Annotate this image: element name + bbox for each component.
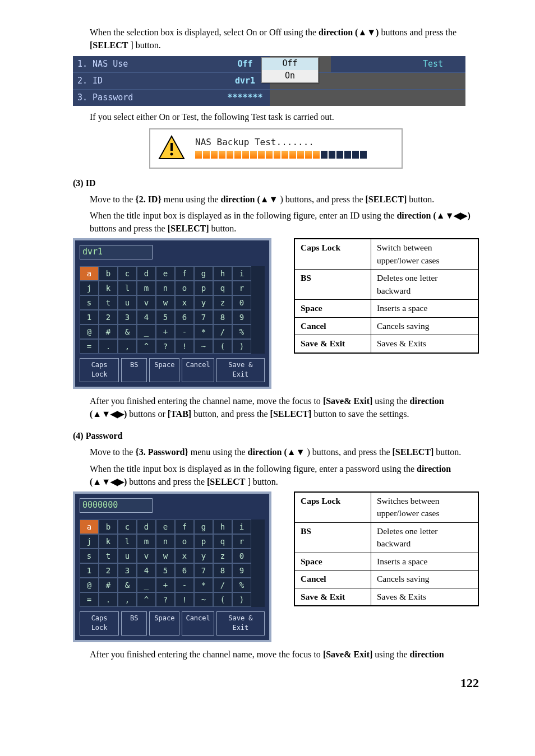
key-,[interactable]: , bbox=[118, 339, 137, 354]
key-n[interactable]: n bbox=[156, 281, 175, 295]
key-5[interactable]: 5 bbox=[156, 310, 175, 324]
key-x[interactable]: x bbox=[175, 549, 194, 563]
key-k[interactable]: k bbox=[99, 281, 118, 295]
key-5[interactable]: 5 bbox=[156, 563, 175, 578]
key-*[interactable]: * bbox=[194, 578, 213, 592]
key-w[interactable]: w bbox=[156, 295, 175, 310]
key-0[interactable]: 0 bbox=[232, 295, 251, 310]
key-_[interactable]: _ bbox=[137, 578, 156, 592]
test-button[interactable]: Test bbox=[331, 56, 465, 72]
key-m[interactable]: m bbox=[137, 534, 156, 549]
key-r[interactable]: r bbox=[232, 534, 251, 549]
key-9[interactable]: 9 bbox=[232, 310, 251, 324]
key-e[interactable]: e bbox=[156, 266, 175, 281]
key-0[interactable]: 0 bbox=[232, 549, 251, 563]
key-h[interactable]: h bbox=[213, 266, 232, 281]
key-d[interactable]: d bbox=[137, 520, 156, 534]
key--[interactable]: - bbox=[175, 578, 194, 592]
key-c[interactable]: c bbox=[118, 266, 137, 281]
save-exit-button[interactable]: Save & Exit bbox=[216, 611, 265, 636]
key-1[interactable]: 1 bbox=[80, 310, 99, 324]
key-![interactable]: ! bbox=[175, 592, 194, 607]
key-o[interactable]: o bbox=[175, 281, 194, 295]
key-+[interactable]: + bbox=[156, 578, 175, 592]
save-exit-button[interactable]: Save & Exit bbox=[216, 358, 265, 382]
key-g[interactable]: g bbox=[194, 520, 213, 534]
key-([interactable]: ( bbox=[213, 339, 232, 354]
capslock-button[interactable]: Caps Lock bbox=[80, 611, 119, 636]
key--[interactable]: - bbox=[175, 324, 194, 339]
key-_[interactable]: _ bbox=[137, 324, 156, 339]
key-j[interactable]: j bbox=[80, 534, 99, 549]
password-value[interactable]: ******* bbox=[220, 90, 270, 106]
key-#[interactable]: # bbox=[99, 578, 118, 592]
key-7[interactable]: 7 bbox=[194, 310, 213, 324]
key-f[interactable]: f bbox=[175, 520, 194, 534]
key-%[interactable]: % bbox=[232, 324, 251, 339]
key-9[interactable]: 9 bbox=[232, 563, 251, 578]
key-f[interactable]: f bbox=[175, 266, 194, 281]
key-+[interactable]: + bbox=[156, 324, 175, 339]
key-s[interactable]: s bbox=[80, 295, 99, 310]
key-v[interactable]: v bbox=[137, 549, 156, 563]
key-m[interactable]: m bbox=[137, 281, 156, 295]
backspace-button[interactable]: BS bbox=[121, 358, 147, 382]
key-,[interactable]: , bbox=[118, 592, 137, 607]
key-b[interactable]: b bbox=[99, 266, 118, 281]
key-j[interactable]: j bbox=[80, 281, 99, 295]
key-1[interactable]: 1 bbox=[80, 563, 99, 578]
key-e[interactable]: e bbox=[156, 520, 175, 534]
key-^[interactable]: ^ bbox=[137, 339, 156, 354]
key-x[interactable]: x bbox=[175, 295, 194, 310]
onscreen-keyboard-id[interactable]: dvr1 abcdefghijklmnopqrstuvwxyz012345678… bbox=[73, 238, 271, 389]
key-%[interactable]: % bbox=[232, 578, 251, 592]
key-7[interactable]: 7 bbox=[194, 563, 213, 578]
key-a[interactable]: a bbox=[80, 520, 99, 534]
key-y[interactable]: y bbox=[194, 295, 213, 310]
key-u[interactable]: u bbox=[118, 295, 137, 310]
key-8[interactable]: 8 bbox=[213, 310, 232, 324]
key-u[interactable]: u bbox=[118, 549, 137, 563]
key-*[interactable]: * bbox=[194, 324, 213, 339]
key-p[interactable]: p bbox=[194, 281, 213, 295]
key-?[interactable]: ? bbox=[156, 339, 175, 354]
key-l[interactable]: l bbox=[118, 534, 137, 549]
key-^[interactable]: ^ bbox=[137, 592, 156, 607]
key-4[interactable]: 4 bbox=[137, 310, 156, 324]
key-.[interactable]: . bbox=[99, 339, 118, 354]
key-i[interactable]: i bbox=[232, 266, 251, 281]
key-o[interactable]: o bbox=[175, 534, 194, 549]
key-b[interactable]: b bbox=[99, 520, 118, 534]
key-&[interactable]: & bbox=[118, 324, 137, 339]
key-y[interactable]: y bbox=[194, 549, 213, 563]
onscreen-keyboard-password[interactable]: 0000000 abcdefghijklmnopqrstuvwxyz012345… bbox=[73, 491, 271, 642]
dropdown-option-off[interactable]: Off bbox=[262, 58, 318, 70]
key-i[interactable]: i bbox=[232, 520, 251, 534]
key-.[interactable]: . bbox=[99, 592, 118, 607]
key-w[interactable]: w bbox=[156, 549, 175, 563]
key-h[interactable]: h bbox=[213, 520, 232, 534]
key-/[interactable]: / bbox=[213, 578, 232, 592]
key-c[interactable]: c bbox=[118, 520, 137, 534]
key-![interactable]: ! bbox=[175, 339, 194, 354]
key-a[interactable]: a bbox=[80, 266, 99, 281]
key-@[interactable]: @ bbox=[80, 578, 99, 592]
cancel-button[interactable]: Cancel bbox=[182, 611, 214, 636]
backspace-button[interactable]: BS bbox=[121, 611, 147, 636]
key-~[interactable]: ~ bbox=[194, 339, 213, 354]
key-@[interactable]: @ bbox=[80, 324, 99, 339]
nas-use-dropdown[interactable]: Off On bbox=[261, 57, 319, 83]
key-6[interactable]: 6 bbox=[175, 310, 194, 324]
id-input-field[interactable]: dvr1 bbox=[80, 245, 153, 259]
key-q[interactable]: q bbox=[213, 281, 232, 295]
key-=[interactable]: = bbox=[80, 592, 99, 607]
key-/[interactable]: / bbox=[213, 324, 232, 339]
key-z[interactable]: z bbox=[213, 549, 232, 563]
key-)[interactable]: ) bbox=[232, 339, 251, 354]
key-&[interactable]: & bbox=[118, 578, 137, 592]
key-r[interactable]: r bbox=[232, 281, 251, 295]
key-v[interactable]: v bbox=[137, 295, 156, 310]
key-g[interactable]: g bbox=[194, 266, 213, 281]
password-row[interactable]: 3. Password ******* bbox=[73, 89, 465, 106]
password-input-field[interactable]: 0000000 bbox=[80, 498, 153, 513]
